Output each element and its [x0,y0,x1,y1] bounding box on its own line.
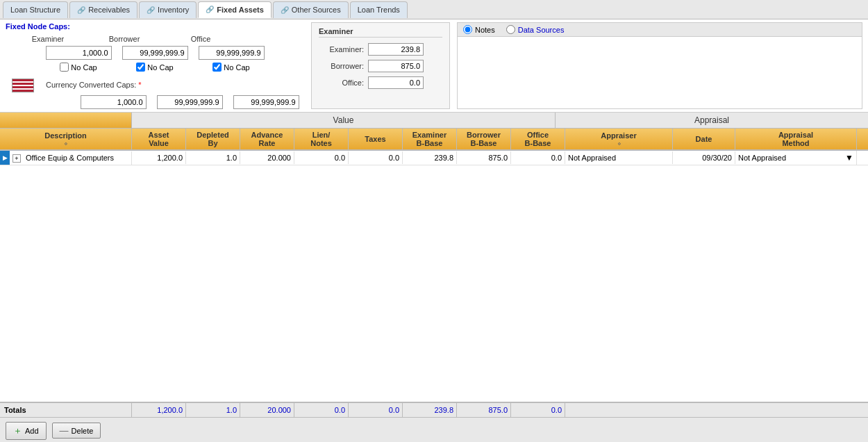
cell-description-text: Office Equip & Computers [26,154,114,162]
nocap-examiner-checkbox[interactable] [60,63,69,72]
currency-inputs-row [40,95,304,109]
appraisal-method-text: Not Appraised [738,154,786,162]
col-advance-label: Advance [251,131,283,139]
col-appraisal-label: Appraisal [778,131,813,139]
description-sort-icon: ⬦ [64,140,67,147]
section-appraisal-header: Appraisal [556,113,868,128]
cell-date: 09/30/20 [673,152,735,164]
totals-office-bbase: 0.0 [511,403,565,417]
totals-borrower-bbase: 875.0 [457,403,511,417]
cell-examiner-bbase: 239.8 [403,152,457,164]
nocap-borrower-checkbox[interactable] [136,63,145,72]
caps-examiner-input[interactable] [46,46,112,60]
col-examiner-bbase: Examiner B-Base [403,129,457,149]
cell-description: + Office Equip & Computers [10,152,132,165]
col-office-bbase-label: B-Base [525,139,551,147]
tab-loan-structure[interactable]: Loan Structure [3,1,68,18]
examiner-field-office[interactable] [368,76,424,89]
tabs-bar: Loan Structure 🔗 Receivables 🔗 Inventory… [0,0,868,19]
delete-label: Delete [72,427,94,435]
currency-office-input[interactable] [233,95,299,109]
examiner-section: Examiner Examiner: Borrower: Office: [311,22,450,109]
inventory-icon: 🔗 [147,6,155,14]
col-office-bbase: Office B-Base [511,129,565,149]
tab-loan-trends-label: Loan Trends [358,6,400,14]
row-indicator: ▶ [0,151,10,165]
currency-examiner-input[interactable] [81,95,147,109]
col-description[interactable]: Description ⬦ [0,129,132,149]
col-depleted-by: Depleted By [186,129,240,149]
col-taxes: Taxes [349,129,403,149]
cell-appraisal-method: Not Appraised ▼ [735,151,857,165]
examiner-title: Examiner [319,27,442,38]
col-lien-label: Lien/ [312,131,331,139]
delete-button[interactable]: — Delete [52,423,101,439]
appraisal-method-dropdown-icon[interactable]: ▼ [845,153,853,163]
notes-radio-label[interactable]: Notes [463,25,495,34]
nocap-office-checkbox[interactable] [212,63,222,72]
totals-label: Totals [0,403,132,417]
receivables-icon: 🔗 [77,6,85,14]
cell-appraiser: Not Appraised [565,152,673,164]
other-sources-icon: 🔗 [281,6,289,14]
add-button[interactable]: ＋ Add [6,422,47,440]
totals-taxes: 0.0 [349,403,403,417]
expand-button[interactable]: + [12,154,21,163]
col-borrower-bbase-label: B-Base [471,139,497,147]
cell-borrower-bbase: 875.0 [457,152,511,164]
totals-row: Totals 1,200.0 1.0 20.000 0.0 0.0 239.8 … [0,402,868,417]
cell-taxes: 0.0 [349,152,403,164]
tab-fixed-assets-label: Fixed Assets [217,6,263,14]
data-sources-radio-label[interactable]: Data Sources [506,25,565,34]
add-icon: ＋ [13,425,22,437]
top-panel: Fixed Node Caps: Examiner Borrower Offic… [0,19,868,113]
totals-asset-value: 1,200.0 [132,403,186,417]
table-row[interactable]: ▶ + Office Equip & Computers 1,200.0 1.0… [0,151,868,165]
examiner-field-label-borrower: Borrower: [319,62,364,70]
col-taxes-label: Taxes [365,135,385,143]
cell-office-bbase: 0.0 [511,152,565,164]
notes-radio[interactable] [463,25,472,34]
col-asset-value: Asset Value [132,129,186,149]
col-method-label: Method [782,139,809,147]
currency-label: Currency Converted Caps: * [46,81,142,89]
cell-depleted-by: 1.0 [186,152,240,164]
row-indicator-arrow: ▶ [3,154,8,161]
examiner-field-examiner[interactable] [368,43,424,56]
tab-other-sources[interactable]: 🔗 Other Sources [273,1,349,18]
nocap-office-label: No Cap [224,63,249,72]
caps-borrower-input[interactable] [122,46,188,60]
examiner-field-borrower[interactable] [368,60,424,72]
data-rows-area: ▶ + Office Equip & Computers 1,200.0 1.0… [0,151,868,402]
totals-examiner-bbase: 239.8 [403,403,457,417]
currency-borrower-input[interactable] [157,95,223,109]
appraiser-sort-icon: ⬦ [617,140,621,147]
column-headers: Description ⬦ Asset Value Depleted By Ad… [0,129,868,151]
examiner-row-office: Office: [319,76,442,89]
section-spacer [0,113,132,128]
col-appraiser-label: Appraiser [601,131,636,140]
examiner-row-examiner: Examiner: [319,43,442,56]
col-examiner-bbase-label: B-Base [417,139,443,147]
caps-nocap-office: No Cap [193,63,269,72]
caps-col-office: Office [162,35,239,43]
tab-fixed-assets[interactable]: 🔗 Fixed Assets [198,1,271,18]
col-advance-rate: Advance Rate [240,129,294,149]
caps-office-input[interactable] [199,46,265,60]
section-headers: Value Appraisal [0,113,868,129]
caps-nocap-borrower: No Cap [117,63,193,72]
data-sources-radio[interactable] [506,25,515,34]
col-lien-notes: Lien/ Notes [294,129,349,149]
col-by-label: By [208,139,217,147]
totals-depleted-by: 1.0 [186,403,240,417]
cell-asset-value: 1,200.0 [132,152,186,164]
cell-advance-rate: 20.000 [240,152,294,164]
tab-receivables[interactable]: 🔗 Receivables [69,1,137,18]
examiner-field-label-examiner: Examiner: [319,45,364,54]
tab-loan-trends[interactable]: Loan Trends [350,1,408,18]
col-appraiser[interactable]: Appraiser ⬦ [565,129,673,149]
col-date-label: Date [696,135,712,143]
tab-inventory[interactable]: 🔗 Inventory [139,1,197,18]
tab-receivables-label: Receivables [88,6,130,14]
tab-inventory-label: Inventory [158,6,189,14]
